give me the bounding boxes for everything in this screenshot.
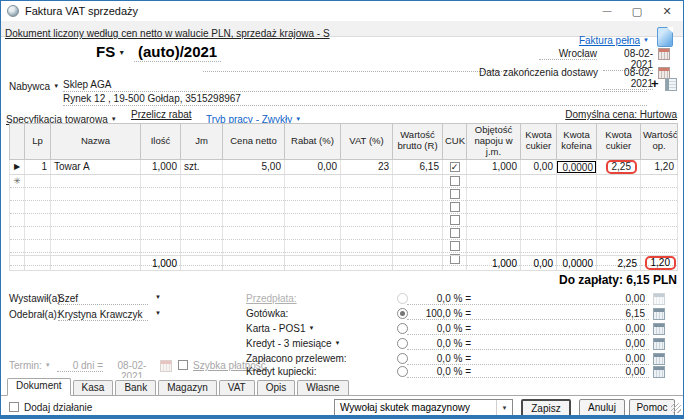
payment-row-transfer: Zapłacono przelewem: 0,0 % = 0,00 <box>1 353 683 366</box>
credit-percent[interactable]: 0,0 % = <box>409 338 471 349</box>
cuk-checkbox <box>450 228 460 238</box>
calculator-icon[interactable] <box>653 338 665 350</box>
cash-amount[interactable]: 6,15 <box>599 308 645 319</box>
col-kwota-kofeina[interactable]: Kwota kofeina <box>557 124 597 160</box>
card-amount[interactable]: 0,00 <box>599 323 645 334</box>
calculator-icon[interactable] <box>653 323 665 335</box>
col-wartosc-brutto[interactable]: Wartość brutto (R) <box>393 124 443 160</box>
total-objetosc: 1,000 <box>467 256 521 271</box>
credit-label[interactable]: Kredyt - 3 miesiące▼ <box>246 338 341 349</box>
tab-dokument[interactable]: Dokument <box>7 378 71 396</box>
cuk-checkbox <box>450 215 460 225</box>
transfer-label: Zapłacono przelewem: <box>246 353 347 364</box>
new-item-row[interactable]: ✳ <box>10 174 678 187</box>
window-border <box>1 415 683 418</box>
col-objetosc[interactable]: Objętość napoju w j.m. <box>467 124 521 160</box>
chevron-down-icon: ▼ <box>643 37 649 43</box>
col-nazwa[interactable]: Nazwa <box>51 124 141 160</box>
prepaid-link[interactable]: Przedpłata: <box>246 293 297 304</box>
kwota-cukier-highlight[interactable]: 2,25 <box>606 160 637 174</box>
add-action-label: Dodaj działanie <box>24 402 92 413</box>
col-ilosc[interactable]: Ilość <box>141 124 181 160</box>
tab-vat[interactable]: VAT <box>219 380 255 395</box>
total-ilosc: 1,000 <box>141 256 181 271</box>
buyer-address-field[interactable]: Rynek 12 , 19-500 Gołdap, 3515298967 <box>63 93 647 106</box>
col-kwota-cukier-2[interactable]: Kwota cukier <box>597 124 641 160</box>
chevron-down-icon: ▼ <box>295 116 301 122</box>
items-grid: Lp Nazwa Ilość Jm Cena netto Rabat (%) V… <box>9 123 678 266</box>
total-due: Do zapłaty: 6,15 PLN <box>1 273 677 287</box>
payment-row-card: Karta - POS1▼ 0,0 % = 0,00 <box>1 323 683 336</box>
transfer-percent[interactable]: 0,0 % = <box>409 353 471 364</box>
buyer-name-field[interactable]: Sklep AGA <box>63 79 647 92</box>
cash-percent[interactable]: 100,0 % = <box>409 308 471 319</box>
cuk-checkbox[interactable] <box>450 176 460 186</box>
payment-row-prepaid: Przedpłata: 0,0 % = 0,00 <box>1 293 683 306</box>
empty-row <box>10 213 678 226</box>
card-label[interactable]: Karta - POS1▼ <box>246 323 314 334</box>
default-price-link[interactable]: Domyślna cena: Hurtowa <box>563 109 677 120</box>
prepaid-percent: 0,0 % = <box>409 293 471 304</box>
calculator-icon[interactable] <box>653 353 665 365</box>
chevron-down-icon: ▼ <box>111 116 117 122</box>
total-kwota-cukier-2: 2,25 <box>597 256 641 271</box>
city-field[interactable]: Wrocław <box>539 48 597 60</box>
col-lp[interactable]: Lp <box>25 124 51 160</box>
cuk-checkbox[interactable]: ✓ <box>450 162 460 172</box>
payment-row-cash: Gotówka: 100,0 % = 6,15 <box>1 308 683 321</box>
kofeina-edit-cell[interactable]: 0,0000 <box>557 161 596 173</box>
invoice-window: Faktura VAT sprzedaży — ▢ ✕ Dokument lic… <box>0 0 684 419</box>
tab-magazyn[interactable]: Magazyn <box>158 380 217 395</box>
minimize-icon[interactable]: — <box>592 1 622 21</box>
add-action-checkbox[interactable] <box>9 402 19 412</box>
transfer-amount[interactable]: 0,00 <box>599 353 645 364</box>
total-kwota-cukier: 0,00 <box>521 256 557 271</box>
col-jm[interactable]: Jm <box>181 124 223 160</box>
tab-opis[interactable]: Opis <box>257 380 296 395</box>
chevron-down-icon: ▼ <box>53 83 59 89</box>
total-kwota-kofeina: 0,0000 <box>557 256 597 271</box>
calendar-icon[interactable] <box>658 48 670 60</box>
delivery-date-label: Data zakończenia dostawy <box>471 67 598 78</box>
col-rabat[interactable]: Rabat (%) <box>285 124 341 160</box>
window-title: Faktura VAT sprzedaży <box>25 5 138 17</box>
col-wartosc-op[interactable]: Wartość op. <box>641 124 678 160</box>
close-icon[interactable]: ✕ <box>652 1 682 21</box>
invoice-type-icon[interactable] <box>657 27 673 47</box>
resize-grip[interactable] <box>671 403 681 413</box>
doc-number-field[interactable]: (auto)/2021 <box>134 43 221 62</box>
col-cena-netto[interactable]: Cena netto <box>223 124 285 160</box>
tab-kasa[interactable]: Kasa <box>73 380 114 395</box>
new-row-icon: ✳ <box>10 174 25 187</box>
row-marker-header <box>10 124 25 160</box>
recalc-discount-link[interactable]: Przelicz rabat <box>131 109 192 120</box>
tab-wlasne[interactable]: Własne <box>297 380 348 395</box>
doc-type[interactable]: FS▼ <box>96 43 125 61</box>
item-row[interactable]: ▶ 1 Towar A 1,000 szt. 5,00 0,00 23 6,15… <box>10 159 678 174</box>
remarks-field[interactable] <box>203 62 506 72</box>
empty-row <box>10 200 678 213</box>
merchant-credit-amount[interactable]: 0,00 <box>599 366 645 377</box>
tab-bank[interactable]: Bank <box>115 380 156 395</box>
maximize-icon[interactable]: ▢ <box>622 1 652 21</box>
empty-row <box>10 226 678 239</box>
totals-row: 1,000 1,000 0,00 0,0000 2,25 1,20 <box>9 255 678 271</box>
credit-amount[interactable]: 0,00 <box>599 338 645 349</box>
calculator-icon <box>653 293 665 305</box>
card-percent[interactable]: 0,0 % = <box>409 323 471 334</box>
calculator-icon[interactable] <box>653 308 665 320</box>
title-bar: Faktura VAT sprzedaży — ▢ ✕ <box>1 1 683 21</box>
col-kwota-cukier[interactable]: Kwota cukier <box>521 124 557 160</box>
col-vat[interactable]: VAT (%) <box>341 124 393 160</box>
add-buyer-icon[interactable]: + <box>651 78 659 90</box>
merchant-credit-percent[interactable]: 0,0 % = <box>409 366 471 377</box>
full-invoice-link[interactable]: Faktura pełna <box>579 35 640 46</box>
chevron-down-icon: ▼ <box>335 340 341 346</box>
calculator-icon[interactable] <box>653 366 665 378</box>
grid-header-row: Lp Nazwa Ilość Jm Cena netto Rabat (%) V… <box>10 124 678 160</box>
address-book-icon[interactable] <box>665 78 677 91</box>
col-cuk[interactable]: CUK <box>443 124 467 160</box>
merchant-credit-label: Kredyt kupiecki: <box>246 366 317 377</box>
cuk-checkbox <box>450 241 460 251</box>
buyer-label[interactable]: Nabywca▼ <box>9 81 59 92</box>
